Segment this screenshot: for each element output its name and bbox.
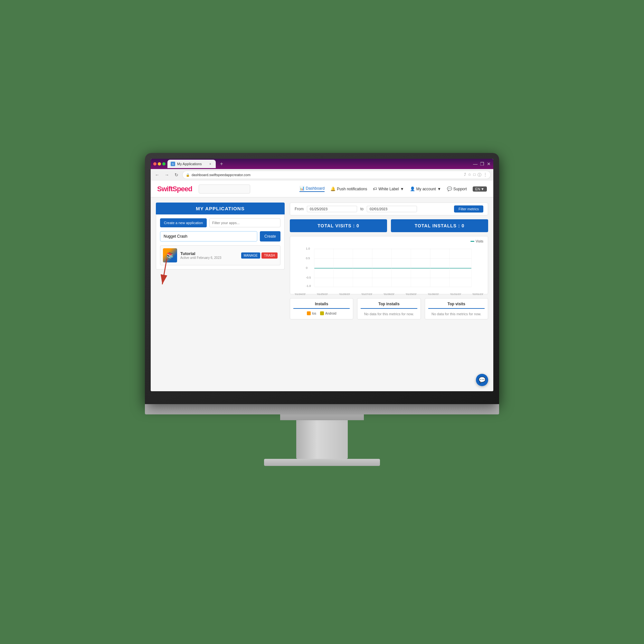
help-icon: 💬 (447, 186, 452, 191)
chart-legend: Visits (295, 240, 483, 243)
refresh-btn[interactable]: ↻ (173, 171, 180, 179)
installs-box: Installs Ios Android (290, 298, 353, 319)
lock-icon: 🔒 (186, 173, 190, 177)
android-dot (320, 311, 324, 315)
ios-dot (307, 311, 311, 315)
tab-close-btn[interactable]: × (208, 162, 213, 166)
logo: SwiftSpeed (157, 185, 192, 193)
tab-title: My Applications (177, 162, 202, 166)
minimize-window-btn[interactable] (158, 162, 161, 166)
address-bar-actions: ⤴ ☆ □ ⓘ ⋮ (464, 172, 487, 178)
bottom-panels: Installs Ios Android (290, 298, 488, 319)
chart-svg-container: 1.0 0.5 0 -0.5 -1.0 (295, 246, 483, 291)
address-bar[interactable]: 🔒 dashboard.swiftspeedappcreator.com ⤴ ☆… (182, 171, 491, 179)
address-text: dashboard.swiftspeedappcreator.com (192, 173, 251, 177)
top-visits-box: Top visits No data for this metrics for … (425, 298, 488, 319)
forward-btn[interactable]: → (163, 171, 171, 179)
app-list-item: 📚 Tutorial Active until February 6, 2023… (160, 245, 280, 265)
nav-search-input[interactable] (199, 185, 250, 194)
star-icon[interactable]: ☆ (468, 172, 471, 178)
panel-header: MY APPLICATIONS (156, 203, 285, 214)
total-installs-box: TOTAL INSTALLS : 0 (391, 219, 488, 232)
app-thumbnail: 📚 (163, 248, 177, 262)
svg-text:0: 0 (306, 266, 308, 270)
extension-icon[interactable]: □ (473, 172, 476, 178)
window-controls: — ❐ ✕ (473, 161, 491, 166)
minimize-icon[interactable]: — (473, 161, 478, 166)
trash-button[interactable]: TRASH (261, 252, 278, 259)
nav-my-account[interactable]: 👤 My account ▼ (410, 186, 441, 191)
screen: S My Applications × + — ❐ ✕ ← → ↻ 🔒 das (151, 159, 493, 391)
svg-text:-1.0: -1.0 (306, 284, 311, 288)
filter-metrics-button[interactable]: Filter metrics (454, 205, 483, 213)
chat-button[interactable]: 💬 (476, 374, 488, 386)
top-installs-box: Top installs No data for this metrics fo… (357, 298, 421, 319)
app-info: Tutorial Active until February 6, 2023 (180, 251, 238, 260)
new-app-row: Create (160, 231, 280, 241)
close-icon[interactable]: ✕ (487, 161, 491, 166)
share-icon[interactable]: ⤴ (464, 172, 466, 178)
chart-area: Visits 1.0 0.5 0 -0.5 -1.0 (290, 236, 488, 294)
nav-white-label[interactable]: 🏷 White Label ▼ (373, 186, 404, 191)
date-to-input[interactable] (367, 206, 417, 212)
app-name: Tutorial (180, 251, 238, 256)
app-subtitle: Active until February 6, 2023 (180, 256, 238, 260)
android-legend-item: Android (320, 311, 336, 315)
dashboard-icon: 📊 (299, 186, 305, 191)
ios-label: Ios (312, 312, 316, 315)
visits-legend-label: Visits (476, 240, 483, 243)
nav-dashboard[interactable]: 📊 Dashboard (299, 186, 325, 192)
date-from-input[interactable] (307, 206, 357, 212)
tab-favicon: S (171, 162, 175, 166)
close-window-btn[interactable] (153, 162, 156, 166)
lang-selector[interactable]: EN ▼ (473, 186, 487, 192)
chrome-window-dots (153, 162, 166, 166)
addressbar-row: ← → ↻ 🔒 dashboard.swiftspeedappcreator.c… (151, 169, 493, 181)
top-installs-title: Top installs (361, 302, 417, 309)
menu-icon[interactable]: ⋮ (483, 172, 487, 178)
panel-toolbar: Create a new application (160, 218, 280, 227)
back-btn[interactable]: ← (153, 171, 161, 179)
maximize-window-btn[interactable] (162, 162, 166, 166)
chrome-titlebar: S My Applications × + — ❐ ✕ (151, 159, 493, 169)
svg-text:-0.5: -0.5 (306, 276, 311, 279)
person-icon: 👤 (410, 186, 415, 191)
tag-icon: 🏷 (373, 186, 377, 191)
chart-svg: 1.0 0.5 0 -0.5 -1.0 (295, 246, 483, 291)
profile-icon[interactable]: ⓘ (478, 172, 481, 178)
camera-dot (321, 156, 323, 158)
new-tab-btn[interactable]: + (218, 160, 225, 168)
chart-x-labels: '01/24/23' '01/25/23' '01/26/23' '01/27/… (295, 293, 483, 296)
ios-legend-item: Ios (307, 311, 316, 315)
stats-row: TOTAL VISITS : 0 TOTAL INSTALLS : 0 (290, 219, 488, 232)
nav-support[interactable]: 💬 Support (447, 186, 467, 191)
svg-line-1 (162, 259, 167, 284)
logo-speed: Speed (173, 185, 192, 193)
imac-stand-neck (296, 420, 348, 459)
android-label: Android (325, 312, 336, 315)
top-visits-title: Top visits (428, 302, 485, 309)
filter-apps-input[interactable] (209, 218, 280, 227)
restore-icon[interactable]: ❐ (480, 161, 484, 166)
nav-links: 📊 Dashboard 🔔 Push notifications 🏷 White… (299, 186, 487, 192)
svg-text:1.0: 1.0 (306, 247, 310, 250)
browser-tab[interactable]: S My Applications × (167, 160, 216, 168)
app-actions: MANAGE TRASH (241, 252, 278, 259)
new-app-name-input[interactable] (160, 231, 257, 241)
imac-frame: S My Applications × + — ❐ ✕ ← → ↻ 🔒 das (145, 153, 499, 491)
nav-push-notifications[interactable]: 🔔 Push notifications (330, 186, 367, 191)
create-button[interactable]: Create (260, 231, 280, 241)
visits-legend-item: Visits (470, 240, 483, 243)
installs-title: Installs (293, 302, 350, 309)
to-label: to (360, 207, 364, 211)
right-panel: From to Filter metrics TOTAL VISITS : 0 … (290, 203, 488, 386)
imac-chin (145, 404, 499, 414)
panel-body: Create a new application Create (156, 214, 285, 270)
app-content: SwiftSpeed 📊 Dashboard 🔔 Push notificati… (151, 181, 493, 391)
logo-swift: Swift (157, 185, 173, 193)
create-new-app-button[interactable]: Create a new application (160, 218, 207, 227)
manage-button[interactable]: MANAGE (241, 252, 260, 259)
imac-stand-base (264, 459, 380, 466)
app-thumb-inner: 📚 (163, 248, 177, 262)
screen-bezel: S My Applications × + — ❐ ✕ ← → ↻ 🔒 das (145, 153, 499, 404)
